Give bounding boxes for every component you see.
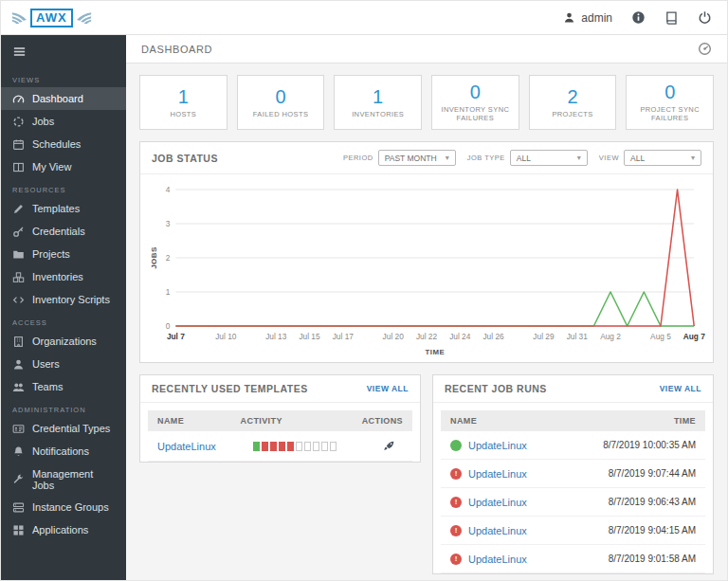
docs-book-icon[interactable] [664,10,679,25]
sidebar-item-instance-groups[interactable]: Instance Groups [1,496,126,518]
template-row: UpdateLinux [148,431,412,462]
logo-wing-icon [74,11,93,25]
sparkline-cell-failed [262,442,268,451]
svg-text:TIME: TIME [425,348,445,356]
sidebar-item-inventories[interactable]: Inventories [1,265,126,288]
sidebar-item-label: My View [32,161,71,172]
job-name-link[interactable]: UpdateLinux [468,525,527,536]
stat-value: 1 [178,87,189,107]
svg-text:Jul 15: Jul 15 [299,332,320,341]
sidebar-item-my-view[interactable]: My View [1,155,126,178]
stat-label: FAILED HOSTS [248,110,314,118]
job-name-link[interactable]: UpdateLinux [468,468,527,480]
svg-text:2: 2 [166,253,171,263]
stat-card-hosts[interactable]: 1HOSTS [139,75,228,130]
sidebar-item-applications[interactable]: Applications [1,518,126,541]
sidebar-item-jobs[interactable]: Jobs [1,110,126,133]
column-time: TIME [674,416,696,426]
svg-text:Jul 7: Jul 7 [167,332,185,341]
job-time: 8/7/2019 10:00:35 AM [603,440,696,450]
svg-text:Jul 24: Jul 24 [449,332,471,341]
sparkline-cell-failed [270,442,277,451]
svg-text:1: 1 [166,287,171,297]
hamburger-menu-icon [12,45,27,59]
th-icon [12,524,25,536]
sparkline-cell-success [253,442,260,451]
job-type-select[interactable]: ALL ▾ [510,150,588,166]
sidebar-item-label: Instance Groups [32,501,109,513]
view-select[interactable]: ALL ▾ [624,150,701,166]
sidebar-item-label: Credential Types [32,423,110,434]
summary-stat-cards: 1HOSTS0FAILED HOSTS1INVENTORIES0INVENTOR… [139,75,714,130]
templates-view-all-link[interactable]: VIEW ALL [367,384,409,393]
sidebar-item-notifications[interactable]: Notifications [1,440,126,463]
sparkline-cell-empty [321,442,328,451]
svg-text:Aug 5: Aug 5 [650,332,671,341]
sidebar-item-teams[interactable]: Teams [1,375,126,398]
sidebar-item-inventory-scripts[interactable]: Inventory Scripts [1,288,126,311]
username: admin [581,11,612,25]
sidebar-item-templates[interactable]: Templates [1,197,126,220]
svg-text:Jul 20: Jul 20 [383,332,405,341]
stat-value: 0 [664,82,675,102]
stat-card-failed-hosts[interactable]: 0FAILED HOSTS [237,75,325,130]
stat-card-inventory-sync-failures[interactable]: 0INVENTORY SYNC FAILURES [431,75,519,130]
stat-card-inventories[interactable]: 1INVENTORIES [334,75,422,130]
breadcrumb-bar: DASHBOARD [126,35,727,64]
column-name: NAME [450,416,674,426]
launch-rocket-icon[interactable] [383,440,395,452]
stat-card-projects[interactable]: 2PROJECTS [529,75,617,130]
period-select[interactable]: PAST MONTH ▾ [378,150,456,166]
stat-label: INVENTORIES [347,110,409,118]
period-select-value: PAST MONTH [385,154,437,163]
job-status-panel: JOB STATUS PERIOD PAST MONTH ▾ JOB TYPE [139,141,714,363]
user-icon [12,358,25,371]
job-name-link[interactable]: UpdateLinux [468,497,527,508]
period-filter-label: PERIOD [343,154,373,162]
svg-text:Jul 26: Jul 26 [482,332,504,341]
job-status-line-chart: 01234Jul 7Jul 10Jul 13Jul 15Jul 17Jul 20… [148,180,705,360]
stat-card-project-sync-failures[interactable]: 0PROJECT SYNC FAILURES [626,75,714,130]
job-type-select-value: ALL [517,154,531,163]
sidebar-item-schedules[interactable]: Schedules [1,133,126,155]
sidebar-item-credential-types[interactable]: Credential Types [1,417,126,440]
menu-toggle-button[interactable] [1,35,126,68]
job-name-link[interactable]: UpdateLinux [468,554,527,565]
awx-logo[interactable]: AWX [10,9,93,27]
sidebar-item-label: Templates [32,203,80,214]
pencil-icon [12,203,25,215]
job-name-link[interactable]: UpdateLinux [468,440,527,451]
column-name: NAME [157,416,241,426]
sidebar-item-users[interactable]: Users [1,353,126,375]
job-runs-table-header: NAME TIME [441,410,705,431]
svg-text:Aug 7: Aug 7 [683,332,705,341]
job-time: 8/7/2019 9:01:58 AM [609,554,696,564]
power-logout-icon[interactable] [698,10,712,25]
user-menu[interactable]: admin [563,11,612,25]
sidebar-nav: VIEWSDashboardJobsSchedulesMy ViewRESOUR… [1,35,126,581]
job-run-row: !UpdateLinux8/7/2019 9:04:15 AM [441,517,705,545]
column-actions: ACTIONS [354,416,403,426]
stat-label: INVENTORY SYNC FAILURES [432,105,519,122]
recently-used-templates-panel: RECENTLY USED TEMPLATES VIEW ALL NAME AC… [139,374,421,463]
sidebar-item-organizations[interactable]: Organizations [1,330,126,353]
failed-status-icon: ! [450,554,462,565]
job-run-row: !UpdateLinux8/7/2019 9:06:43 AM [441,488,705,517]
job-runs-view-all-link[interactable]: VIEW ALL [660,384,701,393]
sidebar-item-projects[interactable]: Projects [1,243,126,265]
job-run-row: !UpdateLinux8/7/2019 9:01:58 AM [441,545,705,573]
building-icon [12,336,25,348]
job-type-filter-label: JOB TYPE [467,154,505,162]
info-icon[interactable] [631,10,646,25]
sidebar-item-label: Applications [32,524,88,536]
sidebar-item-dashboard[interactable]: Dashboard [1,87,126,110]
templates-panel-title: RECENTLY USED TEMPLATES [152,383,308,394]
sidebar-item-credentials[interactable]: Credentials [1,220,126,243]
sparkline-cell-empty [313,442,319,451]
gauge-icon [12,93,25,105]
folder-icon [12,248,25,261]
sidebar-item-management-jobs[interactable]: Management Jobs [1,463,126,496]
sparkline-cell-failed [287,442,294,451]
activity-stream-icon[interactable] [698,42,712,56]
template-name-link[interactable]: UpdateLinux [157,441,253,452]
